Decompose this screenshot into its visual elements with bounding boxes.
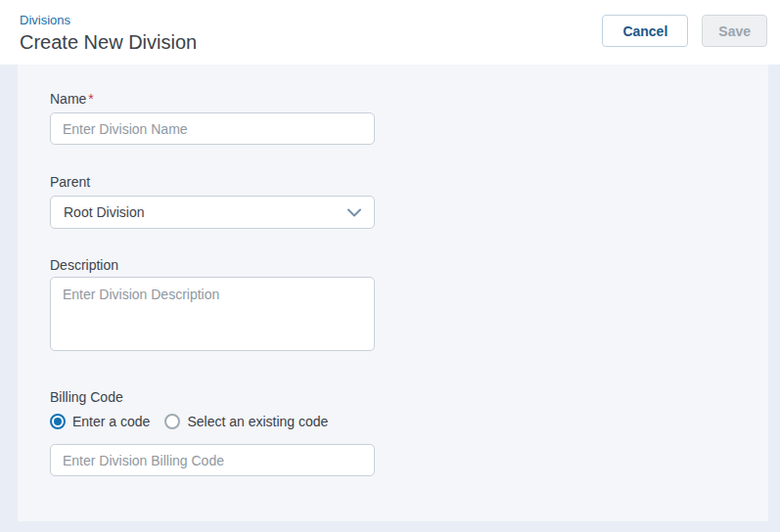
name-label: Name* — [50, 91, 768, 107]
radio-unselected-icon[interactable] — [164, 414, 180, 429]
radio-option-select-existing-code[interactable]: Select an existing code — [164, 414, 328, 429]
breadcrumb-divisions-link[interactable]: Divisions — [20, 13, 70, 27]
division-description-textarea[interactable] — [50, 277, 375, 351]
division-billing-code-input[interactable] — [50, 444, 375, 476]
division-name-input[interactable] — [50, 112, 375, 145]
cancel-button[interactable]: Cancel — [602, 15, 688, 47]
parent-select[interactable]: Root Division — [50, 196, 375, 229]
radio-selected-icon[interactable] — [50, 414, 66, 429]
required-asterisk: * — [88, 91, 93, 107]
save-button[interactable]: Save — [702, 15, 767, 47]
radio-label[interactable]: Enter a code — [72, 414, 150, 429]
billing-code-label: Billing Code — [50, 389, 768, 405]
chevron-down-icon — [347, 208, 361, 217]
billing-code-radio-group: Enter a code Select an existing code — [50, 414, 768, 429]
header-actions: Cancel Save — [602, 15, 767, 47]
parent-select-value: Root Division — [64, 204, 144, 220]
parent-label: Parent — [50, 174, 768, 190]
radio-label[interactable]: Select an existing code — [187, 414, 328, 429]
radio-option-enter-a-code[interactable]: Enter a code — [50, 414, 150, 429]
form-panel: Name* Parent Root Division Description B… — [18, 65, 768, 521]
page-header: Divisions Create New Division Cancel Sav… — [0, 0, 780, 65]
description-label: Description — [50, 257, 768, 273]
